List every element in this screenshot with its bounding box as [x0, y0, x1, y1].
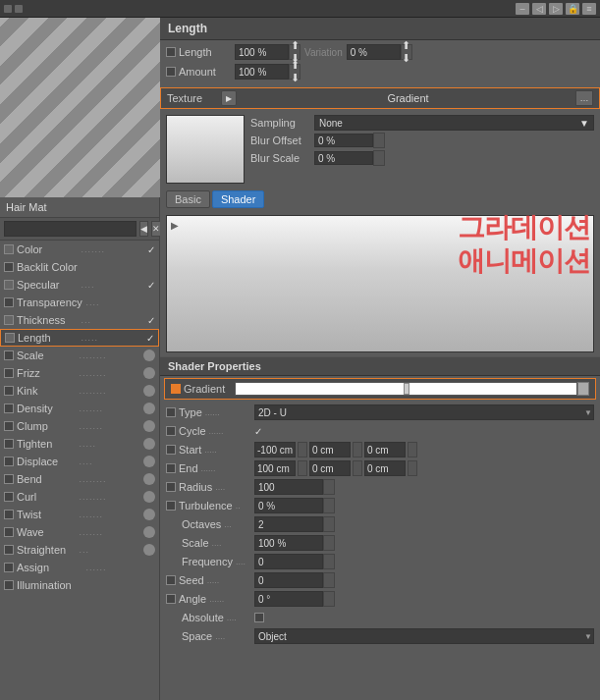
- lock-icon[interactable]: 🔒: [566, 3, 579, 15]
- sidebar-item-displace[interactable]: Displace....: [0, 453, 159, 470]
- prop-checkbox-twist[interactable]: [4, 510, 14, 519]
- length-spinner[interactable]: ⬆⬇: [289, 44, 300, 60]
- angle-spinner[interactable]: [323, 591, 335, 607]
- prop-checkbox-bend[interactable]: [4, 474, 14, 484]
- start-x-input[interactable]: [254, 442, 296, 458]
- sidebar-item-frizz[interactable]: Frizz........: [0, 364, 159, 382]
- end-x-input[interactable]: [254, 460, 296, 476]
- sidebar-item-backlit-color[interactable]: Backlit Color: [0, 258, 159, 276]
- scale-spinner[interactable]: [323, 535, 335, 551]
- blur-scale-spinner[interactable]: [373, 150, 385, 166]
- variation-spinner[interactable]: ⬆⬇: [401, 44, 412, 60]
- gradient-bar-track[interactable]: [235, 382, 577, 396]
- sidebar-item-length[interactable]: Length.....✓: [0, 329, 159, 347]
- prop-checkbox-density[interactable]: [4, 404, 14, 413]
- texture-menu-button[interactable]: …: [575, 90, 593, 106]
- sidebar-item-scale[interactable]: Scale........: [0, 347, 159, 364]
- prop-checkbox-specular[interactable]: [4, 280, 14, 290]
- sampling-dropdown[interactable]: None ▼: [314, 115, 594, 131]
- end-checkbox[interactable]: [166, 463, 176, 473]
- prop-checkbox-length[interactable]: [5, 333, 15, 343]
- end-z-spinner[interactable]: [408, 460, 417, 476]
- radius-spinner[interactable]: [323, 479, 335, 495]
- scale-input[interactable]: [254, 535, 323, 551]
- turbulence-checkbox[interactable]: [166, 501, 176, 511]
- amount-input[interactable]: [235, 64, 289, 80]
- turbulence-spinner[interactable]: [323, 498, 335, 513]
- sidebar-item-straighten[interactable]: Straighten...: [0, 541, 159, 559]
- octaves-spinner[interactable]: [323, 516, 335, 532]
- start-checkbox[interactable]: [166, 445, 176, 455]
- seed-input[interactable]: [254, 572, 323, 588]
- sidebar-item-clump[interactable]: Clump.......: [0, 417, 159, 435]
- length-checkbox[interactable]: [166, 47, 176, 57]
- start-y-input[interactable]: [309, 442, 351, 458]
- cycle-checkbox[interactable]: [166, 426, 176, 436]
- amount-spinner[interactable]: ⬆⬇: [289, 64, 300, 80]
- prop-checkbox-straighten[interactable]: [4, 545, 14, 555]
- sidebar-item-color[interactable]: Color.......✓: [0, 241, 159, 258]
- prop-checkbox-displace[interactable]: [4, 457, 14, 466]
- sidebar-item-bend[interactable]: Bend........: [0, 470, 159, 488]
- blur-scale-input[interactable]: [314, 151, 373, 165]
- angle-input[interactable]: [254, 591, 323, 607]
- sidebar-item-thickness[interactable]: Thickness...✓: [0, 311, 159, 329]
- turbulence-input[interactable]: [254, 498, 323, 513]
- menu-icon[interactable]: ≡: [582, 3, 596, 15]
- variation-input[interactable]: [347, 44, 401, 60]
- angle-checkbox[interactable]: [166, 594, 176, 604]
- prop-checkbox-backlit-color[interactable]: [4, 262, 14, 272]
- end-y-input[interactable]: [309, 460, 351, 476]
- prop-checkbox-transparency[interactable]: [4, 297, 14, 307]
- prop-checkbox-tighten[interactable]: [4, 439, 14, 449]
- prop-checkbox-curl[interactable]: [4, 492, 14, 502]
- tab-shader[interactable]: Shader: [212, 190, 264, 208]
- sidebar-item-specular[interactable]: Specular....✓: [0, 276, 159, 294]
- arrow-left-icon[interactable]: ◁: [532, 3, 546, 15]
- sidebar-item-wave[interactable]: Wave.......: [0, 523, 159, 541]
- start-y-spinner[interactable]: [353, 442, 362, 458]
- prop-checkbox-wave[interactable]: [4, 527, 14, 537]
- end-z-input[interactable]: [364, 460, 406, 476]
- prop-checkbox-clump[interactable]: [4, 421, 14, 431]
- sidebar-item-transparency[interactable]: Transparency....: [0, 294, 159, 311]
- start-z-spinner[interactable]: [408, 442, 417, 458]
- radius-input[interactable]: [254, 479, 323, 495]
- start-x-spinner[interactable]: [298, 442, 307, 458]
- seed-spinner[interactable]: [323, 572, 335, 588]
- end-x-spinner[interactable]: [298, 460, 307, 476]
- end-y-spinner[interactable]: [353, 460, 362, 476]
- prop-checkbox-illumination[interactable]: [4, 580, 14, 590]
- tab-basic[interactable]: Basic: [166, 190, 210, 208]
- gradient-checkbox[interactable]: [171, 384, 181, 394]
- prop-checkbox-kink[interactable]: [4, 386, 14, 396]
- octaves-input[interactable]: [254, 516, 323, 532]
- sidebar-item-twist[interactable]: Twist.......: [0, 506, 159, 523]
- gradient-bar-end[interactable]: [577, 382, 589, 396]
- search-input[interactable]: [4, 221, 136, 237]
- texture-play-button[interactable]: ▶: [221, 90, 237, 106]
- blur-offset-input[interactable]: [314, 134, 373, 147]
- arrow-right-icon[interactable]: ▷: [549, 3, 563, 15]
- type-checkbox[interactable]: [166, 407, 176, 417]
- prop-checkbox-assign[interactable]: [4, 563, 14, 572]
- sidebar-item-tighten[interactable]: Tighten.....: [0, 435, 159, 453]
- sidebar-item-curl[interactable]: Curl........: [0, 488, 159, 506]
- blur-offset-spinner[interactable]: [373, 133, 385, 148]
- sidebar-item-kink[interactable]: Kink........: [0, 382, 159, 400]
- absolute-checkbox[interactable]: [254, 613, 264, 622]
- radius-checkbox[interactable]: [166, 482, 176, 492]
- prop-checkbox-frizz[interactable]: [4, 368, 14, 378]
- search-button[interactable]: ◀: [139, 221, 148, 237]
- minimize-icon[interactable]: –: [516, 3, 529, 15]
- length-input[interactable]: [235, 44, 289, 60]
- sidebar-item-density[interactable]: Density.......: [0, 400, 159, 417]
- prop-checkbox-color[interactable]: [4, 244, 14, 254]
- amount-checkbox[interactable]: [166, 67, 176, 77]
- frequency-spinner[interactable]: [323, 554, 335, 569]
- sidebar-item-assign[interactable]: Assign......: [0, 559, 159, 576]
- gradient-handle[interactable]: [404, 383, 409, 395]
- space-select[interactable]: Object World Camera: [254, 628, 594, 644]
- frequency-input[interactable]: [254, 554, 323, 569]
- sidebar-item-illumination[interactable]: Illumination: [0, 576, 159, 594]
